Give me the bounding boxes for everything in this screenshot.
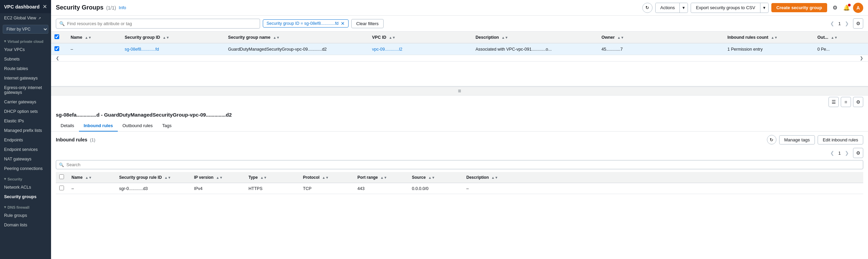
col-port-range[interactable]: Port range ▲▼ [354, 172, 408, 183]
sidebar-item-peering[interactable]: Peering connections [0, 164, 51, 173]
detail-view-grid-icon[interactable]: ⌗ [841, 97, 851, 107]
inbound-table-row[interactable]: – sgr-0............d3 IPv4 HTTPS TCP 443… [56, 183, 863, 194]
select-all-header[interactable] [51, 32, 67, 43]
next-page-button[interactable]: ❯ [843, 20, 851, 27]
export-button[interactable]: Export security groups to CSV [691, 3, 760, 12]
sort-icon: ▲▼ [163, 36, 170, 39]
col-inbound-rule-id[interactable]: Security group rule ID ▲▼ [116, 172, 191, 183]
col-type[interactable]: Type ▲▼ [245, 172, 300, 183]
col-name[interactable]: Name ▲▼ [67, 32, 122, 43]
col-protocol[interactable]: Protocol ▲▼ [300, 172, 354, 183]
filter-tag-text: Security group ID = sg-08ef8............… [267, 21, 339, 26]
sidebar-section-dns-firewall[interactable]: ▾ DNS firewall [0, 202, 51, 211]
inbound-next-button[interactable]: ❯ [843, 150, 851, 156]
sidebar-item-endpoint-services[interactable]: Endpoint services [0, 145, 51, 154]
tab-outbound-rules[interactable]: Outbound rules [118, 120, 158, 132]
main-content: Security Groups (1/1) Info ↻ Actions ▾ E… [51, 0, 868, 259]
sidebar-item-subnets[interactable]: Subnets [0, 54, 51, 64]
col-security-group-name[interactable]: Security group name ▲▼ [225, 32, 369, 43]
actions-button[interactable]: Actions [656, 3, 680, 12]
scroll-left-arrow[interactable]: ❮ [56, 56, 59, 61]
filter-by-vpc-select[interactable]: Filter by VPC [3, 25, 48, 34]
inbound-table-settings-button[interactable]: ⚙ [853, 148, 863, 158]
edit-inbound-rules-button[interactable]: Edit inbound rules [818, 135, 863, 144]
select-all-checkbox[interactable] [54, 34, 59, 39]
col-vpc-id[interactable]: VPC ID ▲▼ [369, 32, 472, 43]
security-groups-table-area: Name ▲▼ Security group ID ▲▼ Security gr… [51, 32, 868, 86]
sidebar-item-prefix-lists[interactable]: Managed prefix lists [0, 126, 51, 135]
security-group-id-link[interactable]: sg-08ef8............fd [125, 47, 159, 52]
refresh-button[interactable]: ↻ [642, 3, 653, 13]
sidebar-item-internet-gateways[interactable]: Internet gateways [0, 73, 51, 83]
col-inbound-count[interactable]: Inbound rules count ▲▼ [724, 32, 814, 43]
inbound-search-input[interactable] [56, 160, 863, 169]
inbound-rules-table: Name ▲▼ Security group rule ID ▲▼ IP ver… [56, 172, 863, 194]
detail-view-list-icon[interactable]: ☰ [829, 97, 839, 107]
page-number: 1 [838, 21, 841, 26]
sidebar-section-security[interactable]: ▾ Security [0, 173, 51, 183]
detail-view-settings-icon[interactable]: ⚙ [853, 97, 863, 107]
detail-drag-handle[interactable]: ≡ [51, 87, 868, 96]
col-ip-version[interactable]: IP version ▲▼ [191, 172, 245, 183]
table-row[interactable]: – sg-08ef8............fd GuardDutyManage… [51, 43, 868, 55]
sidebar-item-domain-lists[interactable]: Domain lists [0, 220, 51, 230]
active-filter-tag: Security group ID = sg-08ef8............… [263, 19, 349, 28]
sidebar-section-vpc[interactable]: ▾ Virtual private cloud [0, 36, 51, 45]
sidebar-item-ec2-global[interactable]: EC2 Global View ↗ [0, 13, 51, 23]
scroll-right-arrow[interactable]: ❯ [860, 56, 863, 61]
export-dropdown-button[interactable]: ▾ [760, 3, 768, 12]
col-owner[interactable]: Owner ▲▼ [598, 32, 724, 43]
table-settings-button[interactable]: ⚙ [853, 18, 863, 29]
tab-details[interactable]: Details [56, 120, 79, 132]
sort-icon: ▲▼ [260, 176, 267, 179]
col-security-group-id[interactable]: Security group ID ▲▼ [121, 32, 225, 43]
search-input[interactable] [56, 19, 260, 29]
settings-icon[interactable]: ⚙ [830, 3, 840, 13]
col-outbound[interactable]: Out... ▲▼ [814, 32, 868, 43]
sidebar-item-egress-gateways[interactable]: Egress-only internet gateways [0, 83, 51, 97]
sidebar-collapse-button[interactable]: ✕ [43, 3, 47, 10]
user-avatar[interactable]: A [853, 3, 863, 13]
table-wrap: Name ▲▼ Security group ID ▲▼ Security gr… [51, 32, 868, 55]
inbound-rules-header: Inbound rules (1) ↻ Manage tags Edit inb… [56, 135, 863, 144]
inbound-refresh-button[interactable]: ↻ [767, 135, 776, 144]
manage-tags-button[interactable]: Manage tags [779, 135, 815, 144]
inbound-select-all-header[interactable] [56, 172, 68, 183]
sidebar-item-elastic-ips[interactable]: Elastic IPs [0, 116, 51, 126]
sidebar-item-nat-gateways[interactable]: NAT gateways [0, 154, 51, 164]
create-security-group-button[interactable]: Create security group [771, 3, 827, 12]
col-description[interactable]: Description ▲▼ [472, 32, 598, 43]
sort-icon: ▲▼ [389, 36, 396, 39]
inbound-select-all-checkbox[interactable] [59, 174, 64, 179]
row-inbound-count: 1 Permission entry [724, 43, 814, 55]
sidebar-item-dhcp[interactable]: DHCP option sets [0, 107, 51, 116]
tab-tags[interactable]: Tags [158, 120, 176, 132]
row-checkbox[interactable] [54, 46, 59, 51]
info-link[interactable]: Info [119, 5, 126, 10]
vpc-id-link[interactable]: vpc-09............l2 [372, 47, 402, 52]
row-outbound: 0 Pe... [814, 43, 868, 55]
col-inbound-name[interactable]: Name ▲▼ [68, 172, 116, 183]
inbound-row-type: HTTPS [245, 183, 300, 194]
sidebar-item-carrier-gateways[interactable]: Carrier gateways [0, 97, 51, 107]
prev-page-button[interactable]: ❮ [828, 20, 836, 27]
filter-remove-button[interactable]: ✕ [341, 21, 345, 26]
notifications-icon[interactable]: 🔔 [841, 3, 852, 13]
sidebar-item-security-groups[interactable]: Security groups [0, 192, 51, 202]
sidebar-item-rule-groups[interactable]: Rule groups [0, 211, 51, 220]
col-desc[interactable]: Description ▲▼ [463, 172, 863, 183]
tab-inbound-rules[interactable]: Inbound rules [79, 120, 118, 132]
clear-filters-button[interactable]: Clear filters [351, 19, 384, 28]
inbound-row-checkbox[interactable] [59, 186, 64, 190]
row-checkbox-cell[interactable] [51, 43, 67, 55]
col-source[interactable]: Source ▲▼ [408, 172, 463, 183]
sidebar-item-network-acls[interactable]: Network ACLs [0, 183, 51, 192]
sort-icon: ▲▼ [322, 176, 329, 179]
actions-dropdown-button[interactable]: ▾ [680, 3, 688, 12]
sidebar-item-your-vpcs[interactable]: Your VPCs [0, 45, 51, 54]
sidebar-item-route-tables[interactable]: Route tables [0, 64, 51, 73]
sort-icon: ▲▼ [491, 176, 498, 179]
sidebar-item-endpoints[interactable]: Endpoints [0, 135, 51, 145]
inbound-row-checkbox-cell[interactable] [56, 183, 68, 194]
inbound-prev-button[interactable]: ❮ [828, 150, 836, 156]
